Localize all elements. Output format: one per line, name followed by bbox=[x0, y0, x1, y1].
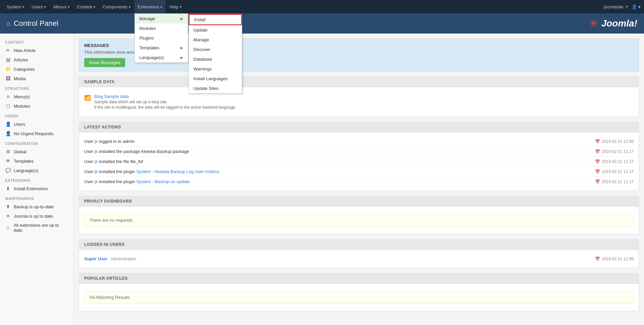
sidebar-item-menus[interactable]: ≡ Menu(s) bbox=[0, 92, 73, 101]
action-date-2: 📅 2019-02-21 11:17 bbox=[595, 159, 634, 164]
sidebar-item-modules[interactable]: ⬡ Modules bbox=[0, 101, 73, 111]
sidebar: CONTENT ✏ New Article ▤ Articles 📁 Categ… bbox=[0, 34, 74, 325]
sidebar-item-install-extensions[interactable]: ⬇ Install Extensions bbox=[0, 184, 73, 193]
popular-articles-card: POPULAR ARTICLES No Matching Results bbox=[79, 273, 639, 311]
submenu-install[interactable]: Install bbox=[189, 14, 242, 25]
nav-help[interactable]: Help ▾ bbox=[166, 0, 185, 13]
extensions-templates-label: Templates bbox=[140, 45, 159, 50]
joomla-logo-text: Joomla! bbox=[601, 18, 637, 29]
read-messages-button[interactable]: Read Messages bbox=[84, 58, 125, 67]
blog-sample-link[interactable]: Blog Sample data bbox=[94, 94, 129, 99]
action-row-1: User jk installed the package Akeeba Bac… bbox=[84, 147, 634, 157]
extensions-languages-label: Language(s) bbox=[140, 55, 164, 60]
no-results-box: No Matching Results bbox=[84, 291, 634, 304]
action-link-3[interactable]: System - Akeeba Backup Log User Actions bbox=[136, 169, 219, 174]
nav-menus-caret: ▾ bbox=[68, 5, 69, 9]
nav-users[interactable]: Users ▾ bbox=[28, 0, 49, 13]
articles-icon: ▤ bbox=[5, 57, 11, 62]
nav-extensions-container: Extensions ▾ Manage ▶ Install bbox=[135, 0, 166, 13]
logged-user-name-0[interactable]: Super User bbox=[84, 256, 107, 261]
action-row-2: User jk installed the file file_fef 📅 20… bbox=[84, 157, 634, 167]
sidebar-languages-label: Language(s) bbox=[14, 168, 38, 173]
calendar-icon-1: 📅 bbox=[595, 149, 600, 154]
sidebar-menus-label: Menu(s) bbox=[14, 94, 30, 99]
no-results-text: No Matching Results bbox=[90, 295, 130, 300]
sidebar-install-extensions-label: Install Extensions bbox=[14, 186, 48, 191]
submenu-warnings[interactable]: Warnings bbox=[189, 64, 242, 74]
sidebar-item-categories[interactable]: 📁 Categories bbox=[0, 64, 73, 74]
sidebar-articles-label: Articles bbox=[14, 57, 28, 62]
action-text-4: User jk installed the plugin System - Ba… bbox=[84, 179, 190, 184]
sidebar-section-structure-label: STRUCTURE bbox=[0, 83, 73, 92]
sidebar-item-templates[interactable]: 👁 Templates bbox=[0, 156, 73, 166]
action-text-2: User jk installed the file file_fef bbox=[84, 159, 143, 164]
nav-users-label: Users bbox=[32, 4, 43, 9]
action-row-3: User jk installed the plugin System - Ak… bbox=[84, 167, 634, 177]
calendar-icon-3: 📅 bbox=[595, 169, 600, 174]
sidebar-item-users[interactable]: 👤 Users bbox=[0, 119, 73, 129]
main-layout: CONTENT ✏ New Article ▤ Articles 📁 Categ… bbox=[0, 34, 644, 325]
nav-components-caret: ▾ bbox=[129, 5, 130, 9]
action-link-4[interactable]: System - Backup on update bbox=[136, 179, 190, 184]
latest-actions-card: LATEST ACTIONS User jk logged in to admi… bbox=[79, 122, 639, 191]
extensions-languages-item[interactable]: Language(s) ▶ bbox=[135, 53, 188, 62]
privacy-dashboard-header: PRIVACY DASHBOARD bbox=[79, 196, 639, 207]
joomla-logo-icon: ✳ bbox=[589, 16, 599, 31]
extensions-modules-item[interactable]: Modules bbox=[135, 23, 188, 33]
logged-in-users-header: LOGGED-IN USERS bbox=[79, 239, 639, 250]
sidebar-item-no-urgent: 👤 No Urgent Requests. bbox=[0, 129, 73, 138]
joomla-logo: ✳ Joomla! bbox=[589, 16, 637, 31]
extensions-plugins-item[interactable]: Plugins bbox=[135, 33, 188, 43]
templates-submenu-arrow-icon: ▶ bbox=[180, 46, 183, 50]
privacy-dashboard-body: There are no requests. bbox=[79, 207, 639, 234]
sidebar-item-global[interactable]: ⚙ Global bbox=[0, 147, 73, 156]
edit-icon: ✏ bbox=[5, 48, 11, 53]
sidebar-item-media[interactable]: 🖼 Media bbox=[0, 74, 73, 83]
extensions-templates-item[interactable]: Templates ▶ bbox=[135, 43, 188, 53]
submenu-discover-label: Discover bbox=[194, 47, 211, 52]
nav-system-label: System bbox=[7, 4, 21, 9]
menus-icon: ≡ bbox=[5, 94, 11, 99]
site-link[interactable]: joomlasite ↗ bbox=[604, 4, 628, 9]
submenu-database[interactable]: Database bbox=[189, 54, 242, 64]
action-row-0: User jk logged in to admin 📅 2019-02-21 … bbox=[84, 137, 634, 147]
user-icon[interactable]: 👤 ▾ bbox=[632, 4, 641, 9]
sidebar-categories-label: Categories bbox=[14, 67, 35, 72]
submenu-update[interactable]: Update bbox=[189, 25, 242, 35]
submenu-manage[interactable]: Manage bbox=[189, 35, 242, 45]
logged-in-users-card: LOGGED-IN USERS Super User Administratio… bbox=[79, 239, 639, 268]
submenu-update-sites[interactable]: Update Sites bbox=[189, 84, 242, 93]
main-content: MESSAGES This information area would req… bbox=[74, 34, 644, 325]
sidebar-item-articles[interactable]: ▤ Articles bbox=[0, 55, 73, 64]
nav-components[interactable]: Components ▾ bbox=[99, 0, 134, 13]
submenu-discover[interactable]: Discover bbox=[189, 45, 242, 54]
nav-menus[interactable]: Menus ▾ bbox=[50, 0, 73, 13]
submenu-install-languages[interactable]: Install Languages bbox=[189, 74, 242, 84]
home-icon[interactable]: ⌂ bbox=[7, 20, 10, 27]
no-requests-box: There are no requests. bbox=[84, 214, 634, 226]
nav-content[interactable]: Content ▾ bbox=[73, 0, 99, 13]
extensions-manage-label: Manage bbox=[140, 16, 155, 21]
sidebar-section-extensions-label: EXTENSIONS bbox=[0, 175, 73, 184]
logged-user-info-0: Super User Administration bbox=[84, 256, 136, 261]
submenu-database-label: Database bbox=[194, 57, 212, 62]
templates-icon: 👁 bbox=[5, 158, 11, 164]
sidebar-section-users-label: USERS bbox=[0, 111, 73, 119]
submenu-manage-label: Manage bbox=[194, 37, 209, 42]
sidebar-modules-label: Modules bbox=[14, 104, 30, 109]
modules-icon: ⬡ bbox=[5, 103, 11, 109]
nav-extensions[interactable]: Extensions ▾ bbox=[135, 0, 166, 13]
extensions-manage-item[interactable]: Manage ▶ bbox=[135, 14, 188, 23]
sample-data-card: SAMPLE DATA 📶 Blog Sample data Sample da… bbox=[79, 76, 639, 117]
submenu-update-label: Update bbox=[194, 28, 208, 33]
sidebar-templates-label: Templates bbox=[14, 159, 34, 164]
nav-system[interactable]: System ▾ bbox=[3, 0, 28, 13]
media-icon: 🖼 bbox=[5, 76, 11, 81]
header-bar: ⌂ Control Panel ✳ Joomla! bbox=[0, 13, 644, 34]
action-row-4: User jk installed the plugin System - Ba… bbox=[84, 177, 634, 186]
no-requests-text: There are no requests. bbox=[90, 218, 134, 223]
sidebar-item-extensions-uptodate: ☆ All extensions are up to date. bbox=[0, 221, 73, 235]
sidebar-item-new-article[interactable]: ✏ New Article bbox=[0, 46, 73, 55]
calendar-icon-4: 📅 bbox=[595, 179, 600, 184]
sidebar-item-languages[interactable]: 💬 Language(s) bbox=[0, 166, 73, 175]
